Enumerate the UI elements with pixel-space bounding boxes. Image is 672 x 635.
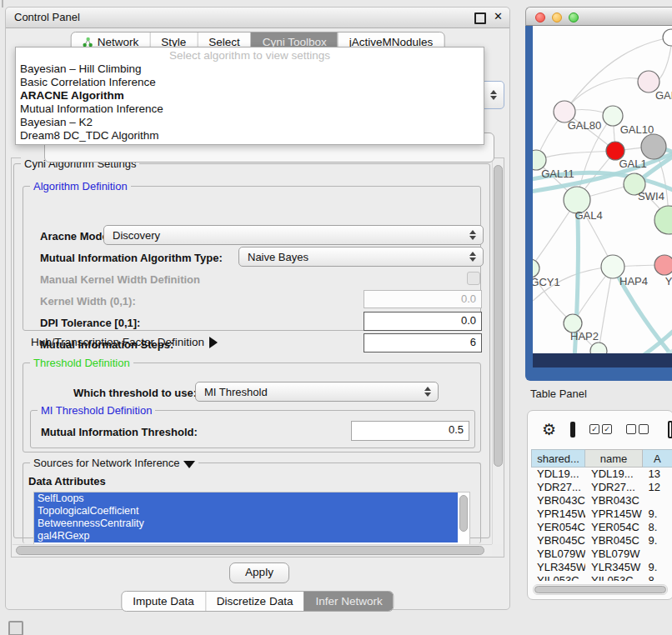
expanded-triangle-icon[interactable]	[183, 461, 195, 468]
table-row[interactable]: YBR043CYBR043C	[531, 494, 672, 508]
network-window-titlebar[interactable]	[525, 7, 672, 26]
table-cell: YPR145W	[585, 508, 643, 521]
network-node-gcy1[interactable]	[533, 259, 539, 278]
settings-horizontal-scrollbar-thumb[interactable]	[16, 546, 484, 555]
list-scrollbar-thumb[interactable]	[459, 495, 468, 532]
network-edge[interactable]	[536, 151, 615, 160]
bottom-tab-impute-data[interactable]: Impute Data	[122, 592, 205, 611]
which-threshold-select[interactable]: MI Threshold	[195, 382, 439, 402]
table-panel-window: ⚙ ✓✓ shared...nameA YDL19...YDL19...13YD…	[527, 410, 672, 600]
dropdown-prompt: Select algorithm to view settings	[16, 48, 484, 62]
settings-vertical-scrollbar-thumb[interactable]	[494, 165, 503, 467]
deselect-all-checkboxes-icon[interactable]	[626, 424, 649, 434]
table-row[interactable]: YIL053CYIL053C8	[531, 574, 672, 581]
settings-horizontal-scrollbar[interactable]	[13, 544, 492, 556]
table-cell: YLR345W	[585, 561, 643, 574]
column-header-2[interactable]: name	[585, 449, 643, 468]
network-node[interactable]	[663, 29, 672, 46]
select-all-checkboxes-icon[interactable]: ✓✓	[589, 424, 612, 434]
network-edge[interactable]	[599, 267, 613, 351]
network-edge[interactable]	[612, 326, 672, 353]
data-attributes-list[interactable]: SelfLoopsTopologicalCoefficientBetweenne…	[33, 492, 470, 545]
close-traffic-light-icon[interactable]	[535, 12, 545, 22]
minimize-traffic-light-icon[interactable]	[552, 12, 562, 22]
dropdown-item[interactable]: ARACNE Algorithm	[16, 89, 484, 102]
bottom-tab-infer-network[interactable]: Infer Network	[303, 592, 393, 611]
network-node[interactable]	[641, 134, 666, 159]
table-row[interactable]: YER054CYER054C8.	[531, 521, 672, 534]
table-cell: YPR145W	[531, 508, 585, 521]
collapsed-triangle-icon	[209, 337, 218, 348]
panel-title: Control Panel	[14, 11, 80, 23]
data-attributes-label: Data Attributes	[28, 475, 106, 488]
minimized-panel-icon[interactable]	[8, 621, 23, 635]
close-icon[interactable]: ✕	[494, 10, 503, 22]
mi-threshold-field[interactable]: 0.5	[351, 421, 469, 441]
dropdown-item[interactable]: Bayesian – Hill Climbing	[16, 62, 484, 76]
sources-group: Sources for Network Inference Data Attri…	[23, 462, 481, 543]
hub-section-toggle[interactable]: Hub/Transcription Factor Definition	[31, 336, 218, 348]
mi-type-value: Naive Bayes	[248, 251, 308, 263]
control-panel-window: Control Panel ✕ NetworkStyleSelectCyni T…	[5, 7, 510, 610]
dpi-tolerance-label: DPI Tolerance [0,1]:	[40, 317, 140, 329]
network-canvas[interactable]: GALGAL80GAL10GAL1GAL11SWI4GAL4GCY1HAP4YH…	[533, 26, 672, 353]
dropdown-item[interactable]: Dream8 DC_TDC Algorithm	[16, 129, 484, 142]
which-threshold-value: MI Threshold	[204, 386, 268, 398]
table-cell: 9.	[643, 508, 672, 521]
column-header-3[interactable]: A	[643, 449, 672, 468]
dropdown-item[interactable]: Bayesian – K2	[16, 116, 484, 129]
table-horizontal-scrollbar-thumb[interactable]	[534, 586, 666, 593]
network-node[interactable]	[654, 206, 672, 234]
table-row[interactable]: YDR27...YDR27...12	[531, 481, 672, 494]
dropdown-item[interactable]: Basic Correlation Inference	[16, 76, 484, 89]
mi-type-select[interactable]: Naive Bayes	[238, 247, 484, 267]
mi-threshold-definition-title: MI Threshold Definition	[38, 404, 155, 417]
table-cell: 9.	[643, 561, 672, 574]
node-label: GAL10	[620, 123, 654, 136]
float-panel-icon[interactable]	[474, 12, 486, 24]
table-cell: YBR045C	[531, 534, 585, 548]
attribute-list-item[interactable]: BetweennessCentrality	[34, 518, 458, 530]
node-label: GAL4	[574, 209, 602, 222]
kernel-width-field[interactable]: 0.0	[364, 290, 482, 308]
combo-stepper-icon	[424, 387, 431, 397]
table-row[interactable]: YPR145WYPR145W9.	[531, 508, 672, 521]
gear-icon[interactable]: ⚙	[542, 422, 556, 438]
table-cell: 9.	[643, 534, 672, 548]
column-header-1[interactable]: shared...	[531, 449, 585, 468]
table-panel-title: Table Panel	[530, 388, 587, 400]
attribute-list-item[interactable]: gal4RGexp	[34, 530, 458, 542]
mi-steps-field[interactable]: 6	[364, 333, 482, 352]
attribute-list-item[interactable]: TopologicalCoefficient	[34, 505, 458, 518]
aracne-mode-value: Discovery	[113, 229, 160, 242]
sources-title: Sources for Network Inference	[30, 457, 198, 469]
split-columns-icon[interactable]	[570, 422, 575, 438]
apply-button[interactable]: Apply	[229, 562, 289, 583]
table-row[interactable]: YDL19...YDL19...13	[531, 468, 672, 481]
table-row[interactable]: YBL079WYBL079W	[531, 548, 672, 561]
node-label: Y	[665, 275, 672, 288]
manual-kernel-checkbox[interactable]	[467, 272, 480, 285]
attribute-list-item[interactable]: SelfLoops	[34, 492, 458, 505]
table-header: shared...nameA	[531, 449, 672, 468]
table-cell: YDL19...	[585, 468, 643, 481]
bottom-tab-discretize-data[interactable]: Discretize Data	[205, 592, 304, 611]
table-cell: YER054C	[531, 521, 585, 534]
settings-vertical-scrollbar[interactable]	[492, 159, 503, 544]
dropdown-items: Bayesian – Hill ClimbingBasic Correlatio…	[16, 62, 484, 142]
node-label: HAP2	[570, 330, 599, 342]
table-toolbar: ⚙ ✓✓	[528, 411, 672, 448]
table-row[interactable]: YBR045CYBR045C9.	[531, 534, 672, 548]
node-label: SWI4	[638, 190, 664, 202]
table-function-icon[interactable]	[668, 421, 672, 438]
network-node-y[interactable]	[654, 255, 672, 275]
zoom-traffic-light-icon[interactable]	[569, 12, 579, 22]
table-row[interactable]: YLR345WYLR345W9.	[531, 561, 672, 574]
table-horizontal-scrollbar[interactable]	[533, 584, 668, 595]
node-label: GAL	[655, 89, 672, 102]
network-node[interactable]	[590, 342, 607, 353]
dropdown-item[interactable]: Mutual Information Inference	[16, 102, 484, 116]
mi-type-label: Mutual Information Algorithm Type:	[40, 252, 223, 264]
aracne-mode-select[interactable]: Discovery	[103, 225, 484, 245]
dpi-tolerance-field[interactable]: 0.0	[364, 312, 482, 331]
